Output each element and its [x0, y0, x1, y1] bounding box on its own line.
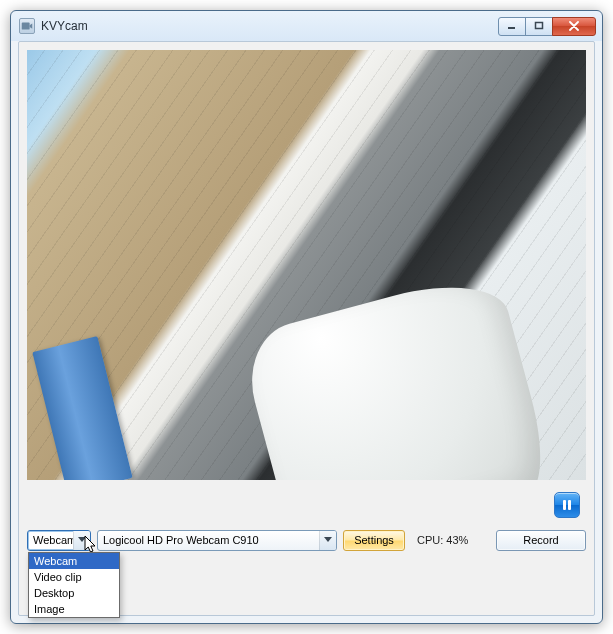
cpu-usage-label: CPU: 43% — [411, 534, 474, 546]
minimize-button[interactable] — [498, 17, 526, 36]
maximize-button[interactable] — [525, 17, 553, 36]
source-combo-text: Webcam — [33, 534, 73, 546]
source-combo[interactable]: Webcam Webcam Video clip Desktop Image — [27, 530, 91, 551]
source-option-desktop[interactable]: Desktop — [29, 585, 119, 601]
svg-rect-3 — [563, 500, 566, 510]
svg-rect-1 — [508, 27, 515, 29]
close-button[interactable] — [552, 17, 596, 36]
record-button[interactable]: Record — [496, 530, 586, 551]
app-window: KVYcam Webcam — [10, 10, 603, 624]
window-title: KVYcam — [41, 19, 88, 33]
settings-button[interactable]: Settings — [343, 530, 405, 551]
svg-rect-4 — [568, 500, 571, 510]
record-button-label: Record — [523, 534, 558, 546]
client-area: Webcam Webcam Video clip Desktop Image L… — [18, 41, 595, 616]
chevron-down-icon — [319, 531, 336, 550]
bottom-controls: Webcam Webcam Video clip Desktop Image L… — [27, 528, 586, 552]
svg-rect-0 — [22, 23, 30, 30]
settings-button-label: Settings — [354, 534, 394, 546]
titlebar: KVYcam — [11, 11, 602, 41]
app-icon — [19, 18, 35, 34]
source-option-webcam[interactable]: Webcam — [29, 553, 119, 569]
source-dropdown: Webcam Video clip Desktop Image — [28, 552, 120, 618]
chevron-down-icon — [73, 531, 90, 550]
source-option-videoclip[interactable]: Video clip — [29, 569, 119, 585]
source-option-image[interactable]: Image — [29, 601, 119, 617]
window-buttons — [498, 17, 596, 36]
device-combo-text: Logicool HD Pro Webcam C910 — [103, 534, 319, 546]
device-combo[interactable]: Logicool HD Pro Webcam C910 — [97, 530, 337, 551]
svg-rect-2 — [536, 23, 543, 29]
video-preview — [27, 50, 586, 480]
pause-button[interactable] — [554, 492, 580, 518]
